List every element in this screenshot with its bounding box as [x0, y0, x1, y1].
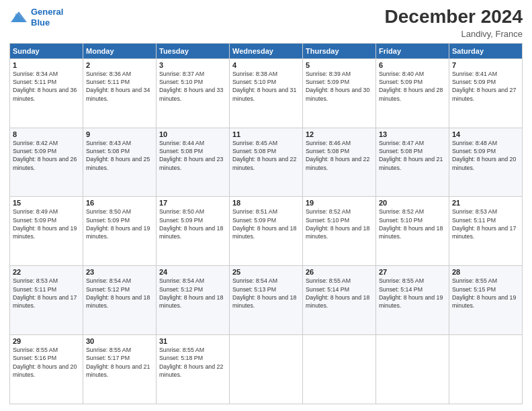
- calendar-cell: [303, 335, 376, 404]
- logo-line2: Blue: [31, 17, 50, 28]
- day-info: Sunrise: 8:37 AMSunset: 5:10 PMDaylight:…: [159, 71, 223, 102]
- day-info: Sunrise: 8:44 AMSunset: 5:08 PMDaylight:…: [159, 140, 223, 171]
- day-info: Sunrise: 8:42 AMSunset: 5:09 PMDaylight:…: [13, 140, 77, 171]
- day-number: 7: [452, 61, 519, 69]
- calendar-cell: 6 Sunrise: 8:40 AMSunset: 5:09 PMDayligh…: [376, 58, 449, 128]
- calendar-cell: 22 Sunrise: 8:53 AMSunset: 5:11 PMDaylig…: [10, 266, 83, 335]
- day-info: Sunrise: 8:39 AMSunset: 5:09 PMDaylight:…: [306, 71, 369, 102]
- day-info: Sunrise: 8:47 AMSunset: 5:08 PMDaylight:…: [379, 140, 443, 171]
- calendar-cell: 5 Sunrise: 8:39 AMSunset: 5:09 PMDayligh…: [303, 58, 376, 128]
- header: General Blue December 2024 Landivy, Fran…: [9, 7, 523, 39]
- day-info: Sunrise: 8:50 AMSunset: 5:09 PMDaylight:…: [159, 208, 223, 240]
- calendar-cell: 4 Sunrise: 8:38 AMSunset: 5:10 PMDayligh…: [230, 58, 303, 128]
- day-info: Sunrise: 8:40 AMSunset: 5:09 PMDaylight:…: [379, 71, 443, 102]
- weekday-header-monday: Monday: [83, 43, 157, 58]
- day-info: Sunrise: 8:51 AMSunset: 5:09 PMDaylight:…: [232, 208, 296, 240]
- calendar-week-row: 29 Sunrise: 8:55 AMSunset: 5:16 PMDaylig…: [10, 335, 523, 404]
- calendar-cell: 27 Sunrise: 8:55 AMSunset: 5:14 PMDaylig…: [376, 266, 449, 335]
- day-number: 12: [306, 130, 373, 138]
- main-title: December 2024: [385, 7, 523, 28]
- day-info: Sunrise: 8:36 AMSunset: 5:11 PMDaylight:…: [86, 71, 150, 102]
- day-info: Sunrise: 8:48 AMSunset: 5:09 PMDaylight:…: [452, 140, 516, 171]
- calendar-cell: 11 Sunrise: 8:45 AMSunset: 5:08 PMDaylig…: [230, 128, 303, 197]
- day-number: 24: [159, 268, 226, 276]
- weekday-header-tuesday: Tuesday: [157, 43, 230, 58]
- day-number: 25: [232, 268, 300, 276]
- calendar-week-row: 22 Sunrise: 8:53 AMSunset: 5:11 PMDaylig…: [10, 266, 523, 335]
- calendar-cell: [376, 335, 449, 404]
- calendar-cell: 7 Sunrise: 8:41 AMSunset: 5:09 PMDayligh…: [449, 58, 523, 128]
- day-info: Sunrise: 8:53 AMSunset: 5:11 PMDaylight:…: [13, 277, 77, 309]
- day-info: Sunrise: 8:55 AMSunset: 5:14 PMDaylight:…: [306, 277, 369, 309]
- day-info: Sunrise: 8:43 AMSunset: 5:08 PMDaylight:…: [86, 140, 150, 171]
- day-number: 9: [86, 130, 153, 138]
- day-number: 14: [452, 130, 519, 138]
- calendar-cell: 28 Sunrise: 8:55 AMSunset: 5:15 PMDaylig…: [449, 266, 523, 335]
- day-info: Sunrise: 8:55 AMSunset: 5:17 PMDaylight:…: [86, 347, 150, 378]
- day-number: 13: [379, 130, 446, 138]
- calendar-cell: 1 Sunrise: 8:34 AMSunset: 5:11 PMDayligh…: [10, 58, 83, 128]
- logo-text: General Blue: [31, 7, 63, 28]
- day-info: Sunrise: 8:34 AMSunset: 5:11 PMDaylight:…: [13, 71, 77, 102]
- day-number: 15: [13, 199, 80, 207]
- calendar-week-row: 15 Sunrise: 8:49 AMSunset: 5:09 PMDaylig…: [10, 197, 523, 266]
- day-info: Sunrise: 8:52 AMSunset: 5:10 PMDaylight:…: [379, 208, 443, 240]
- calendar-cell: 2 Sunrise: 8:36 AMSunset: 5:11 PMDayligh…: [83, 58, 157, 128]
- day-info: Sunrise: 8:54 AMSunset: 5:13 PMDaylight:…: [232, 277, 296, 309]
- calendar-cell: 13 Sunrise: 8:47 AMSunset: 5:08 PMDaylig…: [376, 128, 449, 197]
- calendar-cell: 18 Sunrise: 8:51 AMSunset: 5:09 PMDaylig…: [230, 197, 303, 266]
- subtitle: Landivy, France: [385, 29, 523, 39]
- day-number: 20: [379, 199, 446, 207]
- calendar-cell: 8 Sunrise: 8:42 AMSunset: 5:09 PMDayligh…: [10, 128, 83, 197]
- calendar-week-row: 1 Sunrise: 8:34 AMSunset: 5:11 PMDayligh…: [10, 58, 523, 128]
- day-number: 26: [306, 268, 373, 276]
- day-info: Sunrise: 8:55 AMSunset: 5:16 PMDaylight:…: [13, 347, 77, 378]
- day-number: 28: [452, 268, 519, 276]
- logo: General Blue: [9, 7, 63, 28]
- title-block: December 2024 Landivy, France: [385, 7, 523, 39]
- day-info: Sunrise: 8:38 AMSunset: 5:10 PMDaylight:…: [232, 71, 296, 102]
- day-number: 31: [159, 337, 226, 345]
- calendar-cell: 26 Sunrise: 8:55 AMSunset: 5:14 PMDaylig…: [303, 266, 376, 335]
- day-info: Sunrise: 8:49 AMSunset: 5:09 PMDaylight:…: [13, 208, 77, 240]
- weekday-header-sunday: Sunday: [10, 43, 83, 58]
- day-info: Sunrise: 8:52 AMSunset: 5:10 PMDaylight:…: [306, 208, 369, 240]
- day-number: 3: [159, 61, 226, 69]
- calendar-cell: 30 Sunrise: 8:55 AMSunset: 5:17 PMDaylig…: [83, 335, 157, 404]
- calendar-cell: 31 Sunrise: 8:55 AMSunset: 5:18 PMDaylig…: [157, 335, 230, 404]
- calendar-cell: 15 Sunrise: 8:49 AMSunset: 5:09 PMDaylig…: [10, 197, 83, 266]
- logo-icon: [9, 10, 28, 25]
- calendar-cell: 14 Sunrise: 8:48 AMSunset: 5:09 PMDaylig…: [449, 128, 523, 197]
- calendar-cell: 21 Sunrise: 8:53 AMSunset: 5:11 PMDaylig…: [449, 197, 523, 266]
- calendar-cell: 23 Sunrise: 8:54 AMSunset: 5:12 PMDaylig…: [83, 266, 157, 335]
- day-info: Sunrise: 8:54 AMSunset: 5:12 PMDaylight:…: [86, 277, 150, 309]
- day-info: Sunrise: 8:54 AMSunset: 5:12 PMDaylight:…: [159, 277, 223, 309]
- day-number: 27: [379, 268, 446, 276]
- day-number: 10: [159, 130, 226, 138]
- day-number: 4: [232, 61, 300, 69]
- day-number: 5: [306, 61, 373, 69]
- day-number: 30: [86, 337, 153, 345]
- weekday-header-thursday: Thursday: [303, 43, 376, 58]
- day-info: Sunrise: 8:41 AMSunset: 5:09 PMDaylight:…: [452, 71, 516, 102]
- calendar-cell: [230, 335, 303, 404]
- day-info: Sunrise: 8:53 AMSunset: 5:11 PMDaylight:…: [452, 208, 516, 240]
- day-info: Sunrise: 8:45 AMSunset: 5:08 PMDaylight:…: [232, 140, 296, 171]
- weekday-header-friday: Friday: [376, 43, 449, 58]
- day-info: Sunrise: 8:46 AMSunset: 5:08 PMDaylight:…: [306, 140, 369, 171]
- calendar-cell: [449, 335, 523, 404]
- day-number: 23: [86, 268, 153, 276]
- calendar-week-row: 8 Sunrise: 8:42 AMSunset: 5:09 PMDayligh…: [10, 128, 523, 197]
- day-number: 19: [306, 199, 373, 207]
- calendar-cell: 3 Sunrise: 8:37 AMSunset: 5:10 PMDayligh…: [157, 58, 230, 128]
- day-number: 29: [13, 337, 80, 345]
- calendar-cell: 9 Sunrise: 8:43 AMSunset: 5:08 PMDayligh…: [83, 128, 157, 197]
- calendar-cell: 24 Sunrise: 8:54 AMSunset: 5:12 PMDaylig…: [157, 266, 230, 335]
- day-info: Sunrise: 8:55 AMSunset: 5:18 PMDaylight:…: [159, 347, 223, 378]
- calendar-cell: 12 Sunrise: 8:46 AMSunset: 5:08 PMDaylig…: [303, 128, 376, 197]
- day-number: 22: [13, 268, 80, 276]
- calendar-cell: 25 Sunrise: 8:54 AMSunset: 5:13 PMDaylig…: [230, 266, 303, 335]
- day-number: 8: [13, 130, 80, 138]
- page: General Blue December 2024 Landivy, Fran…: [0, 0, 532, 411]
- logo-line1: General: [31, 7, 63, 17]
